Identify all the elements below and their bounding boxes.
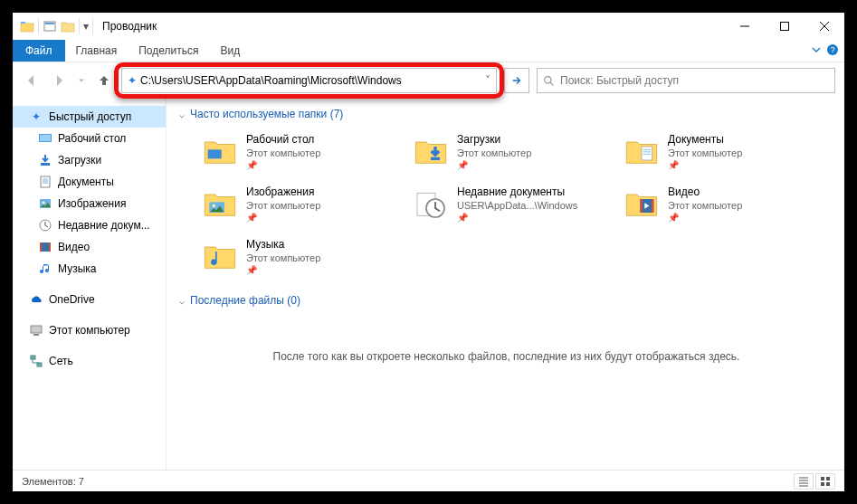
pin-icon: 📌 xyxy=(246,160,320,170)
chevron-down-icon: ⌵ xyxy=(179,109,185,119)
close-button[interactable] xyxy=(805,13,844,40)
nav-up-button[interactable] xyxy=(94,71,114,90)
search-placeholder: Поиск: Быстрый доступ xyxy=(560,74,679,87)
go-button[interactable] xyxy=(504,68,529,93)
sidebar-quick-access[interactable]: ✦ Быстрый доступ xyxy=(13,106,166,128)
folder-icon xyxy=(412,132,450,170)
pin-icon: 📌 xyxy=(457,213,577,223)
tab-view[interactable]: Вид xyxy=(209,40,251,62)
sidebar-network[interactable]: Сеть xyxy=(13,350,166,372)
group-recent[interactable]: ⌵ Последние файлы (0) xyxy=(179,294,833,307)
downloads-icon xyxy=(38,153,52,167)
svg-rect-29 xyxy=(652,199,654,213)
pin-icon: 📌 xyxy=(246,265,320,275)
network-icon xyxy=(29,354,43,368)
folder-desktop[interactable]: Рабочий столЭтот компьютер📌 xyxy=(201,128,412,175)
quick-access-icon: ✦ xyxy=(128,74,137,87)
search-input[interactable]: Поиск: Быстрый доступ xyxy=(537,68,835,93)
minimize-button[interactable] xyxy=(725,13,765,40)
folder-icon xyxy=(623,132,661,170)
svg-rect-2 xyxy=(45,23,54,24)
sidebar-thispc[interactable]: Этот компьютер xyxy=(13,319,166,341)
sidebar-onedrive[interactable]: OneDrive xyxy=(13,289,166,310)
folder-music[interactable]: МузыкаЭтот компьютер📌 xyxy=(201,233,412,280)
svg-text:?: ? xyxy=(830,45,834,54)
folder-downloads[interactable]: ЗагрузкиЭтот компьютер📌 xyxy=(412,128,623,175)
chevron-down-icon: ⌵ xyxy=(179,296,185,306)
svg-rect-15 xyxy=(40,242,42,252)
sidebar-item-documents[interactable]: Документы xyxy=(13,171,166,193)
nav-row: ✦ C:\Users\USER\AppData\Roaming\Microsof… xyxy=(13,62,844,99)
sidebar-item-downloads[interactable]: Загрузки xyxy=(13,149,166,171)
folder-recent[interactable]: Недавние документыUSER\AppData...\Window… xyxy=(412,180,623,227)
pin-icon: 📌 xyxy=(246,213,320,223)
nav-recent-dropdown[interactable] xyxy=(76,71,87,90)
svg-rect-22 xyxy=(642,147,652,160)
svg-rect-16 xyxy=(49,242,51,252)
svg-rect-10 xyxy=(41,176,50,187)
tab-share[interactable]: Поделиться xyxy=(128,40,209,62)
folder-videos[interactable]: ВидеоЭтот компьютер📌 xyxy=(623,180,833,227)
nav-back-button[interactable] xyxy=(22,71,42,90)
videos-icon xyxy=(38,240,52,254)
svg-rect-3 xyxy=(781,23,789,31)
search-icon xyxy=(543,75,555,87)
view-icons-button[interactable] xyxy=(815,473,835,490)
documents-icon xyxy=(38,175,52,189)
view-details-button[interactable] xyxy=(794,473,814,490)
window-title: Проводник xyxy=(102,20,157,33)
svg-rect-28 xyxy=(640,199,643,213)
svg-rect-21 xyxy=(208,149,222,158)
folder-icon xyxy=(201,185,239,223)
sidebar-item-music[interactable]: Музыка xyxy=(13,258,166,280)
star-icon: ✦ xyxy=(29,109,43,124)
svg-rect-19 xyxy=(31,356,35,359)
onedrive-icon xyxy=(29,292,43,307)
group-frequent[interactable]: ⌵ Часто используемые папки (7) xyxy=(179,108,833,120)
svg-rect-31 xyxy=(826,477,830,480)
folder-icon xyxy=(412,185,450,223)
folder-icon xyxy=(623,185,661,223)
address-bar[interactable]: ✦ C:\Users\USER\AppData\Roaming\Microsof… xyxy=(121,68,497,93)
recent-empty-message: После того как вы откроете несколько фай… xyxy=(179,314,833,399)
svg-rect-18 xyxy=(33,334,39,336)
sidebar-item-videos[interactable]: Видео xyxy=(13,236,166,258)
sidebar: ✦ Быстрый доступ Рабочий стол Загрузки Д… xyxy=(13,99,167,470)
sidebar-item-pictures[interactable]: Изображения xyxy=(13,193,166,214)
svg-rect-17 xyxy=(31,326,42,333)
pin-icon: 📌 xyxy=(457,160,531,170)
help-icon[interactable]: ? xyxy=(826,43,839,59)
recent-icon xyxy=(38,218,52,233)
status-bar: Элементов: 7 xyxy=(13,470,844,491)
svg-rect-30 xyxy=(821,477,824,480)
titlebar[interactable]: ▾ Проводник xyxy=(13,13,844,40)
folder-icon xyxy=(201,132,239,170)
svg-rect-32 xyxy=(821,482,824,486)
sidebar-item-recent[interactable]: Недавние докум... xyxy=(13,214,166,236)
qat-newfolder-icon[interactable] xyxy=(60,18,76,34)
address-path: C:\Users\USER\AppData\Roaming\Microsoft\… xyxy=(140,74,402,87)
svg-rect-8 xyxy=(40,135,51,141)
sidebar-item-desktop[interactable]: Рабочий стол xyxy=(13,128,166,149)
maximize-button[interactable] xyxy=(765,13,805,40)
svg-rect-33 xyxy=(826,482,830,486)
folder-pictures[interactable]: ИзображенияЭтот компьютер📌 xyxy=(201,180,412,227)
svg-point-12 xyxy=(43,202,45,204)
svg-rect-20 xyxy=(37,363,42,366)
tab-file[interactable]: Файл xyxy=(13,40,65,62)
pin-icon: 📌 xyxy=(668,160,742,170)
music-icon xyxy=(38,262,52,276)
tab-home[interactable]: Главная xyxy=(65,40,129,62)
content-pane[interactable]: ⌵ Часто используемые папки (7) Рабочий с… xyxy=(167,99,844,470)
explorer-window: ▾ Проводник Файл Главная Поделиться Вид … xyxy=(13,13,844,491)
address-dropdown-icon[interactable]: ˅ xyxy=(485,74,490,87)
ribbon-expand-icon[interactable] xyxy=(810,43,823,59)
status-text: Элементов: 7 xyxy=(22,476,84,487)
svg-point-24 xyxy=(213,204,215,207)
nav-forward-button[interactable] xyxy=(49,71,69,90)
qat-properties-icon[interactable] xyxy=(42,18,58,34)
svg-rect-9 xyxy=(41,163,50,166)
folder-documents[interactable]: ДокументыЭтот компьютер📌 xyxy=(623,128,833,175)
pictures-icon xyxy=(38,196,52,211)
qat-overflow-icon[interactable]: ▾ xyxy=(83,20,89,33)
